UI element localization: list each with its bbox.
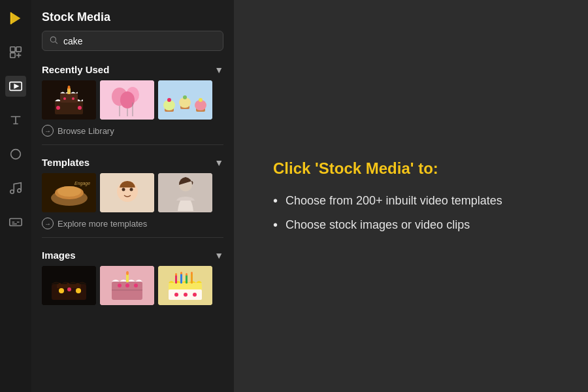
search-icon	[49, 35, 58, 46]
section-recently-used: Recently Used ▼	[31, 57, 234, 145]
browse-library-icon: →	[42, 125, 54, 137]
svg-point-62	[134, 284, 138, 287]
svg-point-48	[130, 188, 133, 191]
images-title: Images	[42, 250, 76, 261]
recently-used-header[interactable]: Recently Used ▼	[31, 57, 234, 80]
thumb-image-gold-cake[interactable]	[158, 266, 212, 305]
svg-point-75	[191, 272, 193, 274]
bullet-1: •	[273, 193, 278, 208]
sidebar-header: Stock Media	[31, 0, 234, 57]
thumb-balloons-pink[interactable]	[100, 80, 154, 120]
caption-icon[interactable]	[5, 212, 26, 233]
main-content: Click 'Stock Media' to: • Choose from 20…	[234, 0, 588, 392]
sidebar-content: Recently Used ▼	[31, 57, 234, 392]
divider-2	[42, 237, 223, 238]
svg-rect-4	[10, 53, 15, 57]
svg-marker-0	[11, 12, 21, 24]
cta-item-1: • Choose from 200+ inbuilt video templat…	[273, 193, 549, 208]
browse-library-label: Browse Library	[57, 126, 114, 136]
svg-point-18	[56, 106, 60, 110]
cta-item-2: • Choose stock images or video clips	[273, 218, 549, 233]
divider-1	[42, 144, 223, 145]
svg-point-61	[125, 284, 129, 287]
svg-point-7	[11, 150, 21, 159]
svg-rect-71	[191, 274, 193, 284]
svg-rect-70	[186, 275, 188, 284]
svg-point-76	[174, 293, 178, 297]
thumb-template-woman[interactable]	[158, 173, 212, 212]
svg-point-55	[67, 287, 71, 291]
svg-point-64	[126, 271, 129, 275]
svg-rect-69	[180, 274, 182, 284]
svg-point-21	[72, 97, 74, 100]
svg-point-17	[68, 86, 71, 90]
svg-rect-15	[60, 93, 78, 103]
explore-templates-label: Explore more templates	[57, 219, 147, 229]
cta-text-1: Choose from 200+ inbuilt video templates	[286, 194, 502, 208]
cta-list: • Choose from 200+ inbuilt video templat…	[273, 193, 549, 233]
svg-rect-3	[16, 47, 21, 52]
explore-templates-link[interactable]: → Explore more templates	[31, 212, 234, 232]
icon-bar	[0, 0, 31, 392]
svg-point-74	[186, 273, 188, 276]
search-input[interactable]	[63, 36, 216, 46]
recently-used-chevron: ▼	[214, 65, 223, 75]
svg-point-60	[118, 284, 122, 287]
recently-used-title: Recently Used	[42, 64, 109, 75]
images-header[interactable]: Images ▼	[31, 243, 234, 266]
templates-chevron: ▼	[214, 157, 223, 168]
svg-rect-59	[112, 289, 142, 291]
svg-point-19	[78, 106, 82, 110]
templates-title: Templates	[42, 157, 90, 168]
svg-point-56	[76, 288, 81, 293]
thumb-template-food[interactable]: Engage	[42, 173, 96, 212]
media-icon[interactable]	[5, 76, 26, 97]
svg-point-8	[10, 190, 14, 194]
svg-point-77	[184, 293, 188, 297]
text-icon[interactable]	[5, 110, 26, 131]
upload-icon[interactable]	[5, 42, 26, 63]
images-grid	[31, 266, 234, 305]
svg-point-78	[193, 293, 197, 297]
bullet-2: •	[273, 218, 278, 233]
cta-title: Click 'Stock Media' to:	[273, 159, 549, 178]
explore-templates-icon: →	[42, 218, 54, 229]
svg-point-72	[175, 273, 177, 276]
svg-rect-68	[175, 275, 177, 284]
section-templates: Templates ▼ Engage	[31, 150, 234, 238]
svg-marker-6	[14, 84, 18, 88]
section-images: Images ▼	[31, 243, 234, 305]
svg-point-32	[167, 98, 171, 102]
browse-library-link[interactable]: → Browse Library	[31, 120, 234, 139]
thumb-cupcakes-blue[interactable]	[158, 80, 212, 120]
templates-grid: Engage	[31, 173, 234, 212]
svg-point-20	[63, 97, 66, 100]
shape-icon[interactable]	[5, 144, 26, 165]
templates-header[interactable]: Templates ▼	[31, 150, 234, 173]
svg-point-35	[183, 95, 187, 99]
svg-text:Engage: Engage	[74, 181, 90, 186]
svg-rect-2	[10, 47, 15, 52]
thumb-template-baby[interactable]	[100, 173, 154, 212]
svg-point-38	[199, 98, 203, 102]
sidebar-panel: Stock Media Recently Used ▼	[31, 0, 234, 392]
search-box[interactable]	[42, 31, 223, 51]
images-chevron: ▼	[214, 250, 223, 261]
svg-point-9	[18, 189, 22, 193]
svg-point-73	[180, 272, 182, 274]
svg-point-54	[59, 288, 64, 293]
recently-used-grid	[31, 80, 234, 120]
sidebar-title: Stock Media	[42, 10, 223, 24]
svg-rect-10	[10, 219, 22, 226]
cta-text-2: Choose stock images or video clips	[286, 218, 470, 232]
thumb-cake-dark[interactable]	[42, 80, 96, 120]
svg-line-12	[56, 42, 57, 44]
thumb-image-choc-cake[interactable]	[42, 266, 96, 305]
svg-point-47	[122, 188, 125, 191]
thumb-image-pink-cake[interactable]	[100, 266, 154, 305]
app-logo[interactable]	[5, 8, 26, 29]
music-icon[interactable]	[5, 178, 26, 199]
svg-point-11	[50, 37, 56, 42]
